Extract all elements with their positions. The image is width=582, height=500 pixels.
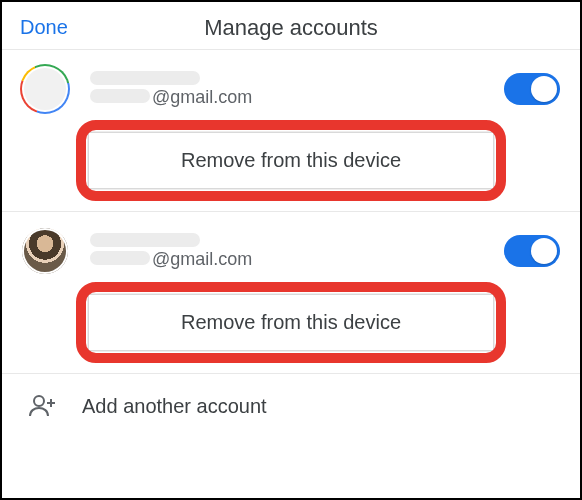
- account-email-local-redacted: [90, 251, 150, 265]
- account-email: @gmail.com: [90, 249, 482, 270]
- account-toggle[interactable]: [504, 235, 560, 267]
- remove-from-device-button[interactable]: Remove from this device: [88, 294, 494, 351]
- avatar: [22, 66, 68, 112]
- account-email-local-redacted: [90, 89, 150, 103]
- account-texts: @gmail.com: [90, 71, 482, 108]
- avatar: [22, 228, 68, 274]
- add-account-label: Add another account: [82, 395, 267, 418]
- account-name-redacted: [90, 71, 200, 85]
- account-texts: @gmail.com: [90, 233, 482, 270]
- remove-wrap: Remove from this device: [88, 132, 494, 189]
- account-toggle[interactable]: [504, 73, 560, 105]
- header: Done Manage accounts: [2, 2, 580, 49]
- page-title: Manage accounts: [204, 15, 378, 41]
- svg-point-0: [34, 396, 44, 406]
- account-item: @gmail.com Remove from this device: [2, 49, 580, 189]
- account-name-redacted: [90, 233, 200, 247]
- account-item: @gmail.com Remove from this device: [2, 211, 580, 351]
- account-row: @gmail.com: [2, 50, 580, 118]
- remove-from-device-button[interactable]: Remove from this device: [88, 132, 494, 189]
- account-row: @gmail.com: [2, 212, 580, 280]
- done-button[interactable]: Done: [20, 16, 68, 39]
- add-another-account-button[interactable]: Add another account: [2, 373, 580, 432]
- account-email-domain: @gmail.com: [152, 87, 252, 108]
- person-add-icon: [28, 394, 56, 418]
- remove-wrap: Remove from this device: [88, 294, 494, 351]
- account-email-domain: @gmail.com: [152, 249, 252, 270]
- account-email: @gmail.com: [90, 87, 482, 108]
